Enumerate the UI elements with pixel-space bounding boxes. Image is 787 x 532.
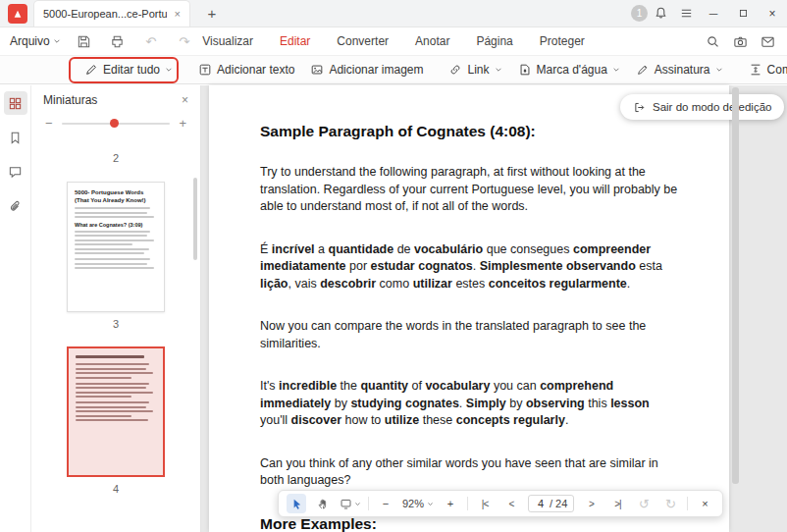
chevron-down-icon	[354, 501, 361, 507]
pencil-icon	[84, 63, 98, 77]
paragraph-3[interactable]: Now you can compare the words in the tra…	[260, 318, 680, 352]
page-2-label: 2	[31, 152, 200, 164]
signature-button[interactable]: Assinatura	[628, 58, 731, 81]
comments-panel-icon[interactable]	[4, 160, 27, 184]
compress-button[interactable]: Comprimir	[741, 58, 787, 81]
edit-all-button[interactable]: Editar tudo	[77, 58, 181, 81]
thumbnail-text-lines	[75, 258, 157, 269]
slider-minus-icon[interactable]: −	[45, 116, 53, 131]
add-text-button[interactable]: Adicionar texto	[190, 58, 302, 81]
close-button[interactable]: ×	[758, 0, 787, 27]
thumbnail-zoom-slider: − +	[31, 112, 200, 136]
page-separator: /	[550, 498, 552, 509]
rotate-left-icon[interactable]: ↺	[634, 494, 654, 513]
page-heading[interactable]: Sample Paragraph of Cognates (4:08):	[260, 123, 680, 140]
slider-plus-icon[interactable]: +	[179, 116, 186, 131]
thumbnail-text-lines	[75, 231, 157, 255]
add-image-button[interactable]: Adicionar imagem	[302, 58, 431, 81]
camera-icon[interactable]	[730, 31, 750, 51]
page-display-mode-button[interactable]	[340, 494, 361, 513]
page-footer-heading[interactable]: More Examples:	[260, 515, 680, 532]
compress-icon	[749, 63, 762, 77]
signature-pen-icon	[636, 63, 650, 77]
undo-icon[interactable]: ↶	[141, 31, 161, 51]
next-page-button[interactable]: >	[581, 494, 601, 513]
toolbar-divider	[368, 497, 369, 510]
thumbnails-scrollbar[interactable]	[193, 178, 197, 260]
chevron-down-icon	[715, 66, 723, 74]
mail-icon[interactable]	[758, 31, 777, 51]
tab-proteger[interactable]: Proteger	[540, 34, 585, 48]
panel-close-icon[interactable]: ×	[182, 93, 188, 107]
title-bar: 5000-European...ce-Portuguese × + 1 ─ ×	[0, 0, 787, 27]
floating-status-toolbar: − 92% + |< < / 24 > >| ↺ ↻ ×	[278, 490, 723, 517]
zoom-level-value: 92%	[402, 498, 424, 509]
edit-all-label: Editar tudo	[103, 63, 160, 77]
select-tool-button[interactable]	[287, 494, 306, 513]
print-icon[interactable]	[108, 31, 128, 51]
paragraph-4[interactable]: It's incredible the quantity of vocabula…	[260, 378, 680, 430]
thumbnail-3-heading: 5000- Portuguese Words (That You Already…	[75, 189, 157, 204]
thumbnail-page-4-selected[interactable]	[67, 346, 165, 477]
link-label: Link	[467, 63, 489, 77]
exit-edit-mode-label: Sair do modo de edição	[653, 101, 771, 113]
page-3-label: 3	[31, 318, 200, 330]
zoom-level-dropdown[interactable]: 92%	[402, 498, 434, 509]
thumbnail-heading-line	[76, 355, 144, 358]
tab-editar[interactable]: Editar	[280, 34, 310, 48]
thumbnail-page-3[interactable]: 5000- Portuguese Words (That You Already…	[67, 182, 165, 312]
slider-knob[interactable]	[110, 119, 119, 128]
paragraph-2[interactable]: É incrível a quantidade de vocabulário q…	[260, 241, 680, 293]
add-image-label: Adicionar imagem	[329, 63, 423, 77]
document-scrollbar[interactable]	[732, 87, 739, 484]
hand-tool-button[interactable]	[313, 494, 333, 513]
rotate-right-icon[interactable]: ↻	[660, 494, 680, 513]
zoom-out-button[interactable]: −	[376, 494, 395, 513]
page-display-icon	[340, 498, 352, 510]
previous-page-button[interactable]: <	[501, 494, 521, 513]
edit-toolbar: Editar tudo Adicionar texto Adicionar im…	[0, 55, 787, 84]
pdf-page: Sample Paragraph of Cognates (4:08): Try…	[209, 85, 729, 532]
exit-edit-mode-button[interactable]: Sair do modo de edição	[620, 94, 784, 120]
minimize-button[interactable]: ─	[699, 0, 728, 27]
link-icon	[448, 63, 462, 77]
slider-track[interactable]	[62, 123, 171, 125]
watermark-label: Marca d'água	[537, 63, 607, 77]
compress-label: Comprimir	[767, 63, 787, 77]
exit-icon	[633, 101, 646, 114]
zoom-in-button[interactable]: +	[441, 494, 460, 513]
thumbnails-panel-icon[interactable]	[4, 91, 27, 115]
tab-pagina[interactable]: Página	[476, 34, 512, 48]
close-toolbar-icon[interactable]: ×	[695, 494, 714, 513]
add-text-label: Adicionar texto	[217, 63, 294, 77]
tab-visualizar[interactable]: Visualizar	[202, 34, 253, 48]
notification-badge[interactable]: 1	[631, 5, 648, 22]
new-tab-button[interactable]: +	[202, 5, 222, 22]
tab-converter[interactable]: Converter	[337, 34, 389, 48]
file-menu[interactable]: Arquivo	[10, 34, 61, 48]
total-pages: 24	[555, 498, 567, 509]
tab-anotar[interactable]: Anotar	[415, 34, 449, 48]
thumbnail-text-lines	[76, 363, 156, 379]
image-icon	[310, 63, 324, 77]
watermark-button[interactable]: Marca d'água	[510, 58, 628, 81]
save-icon[interactable]	[75, 31, 94, 51]
search-icon[interactable]	[703, 31, 722, 51]
current-page-input[interactable]	[535, 498, 547, 509]
attachments-panel-icon[interactable]	[4, 194, 27, 218]
maximize-button[interactable]	[728, 0, 758, 27]
document-tab[interactable]: 5000-European...ce-Portuguese ×	[33, 0, 190, 27]
first-page-button[interactable]: |<	[475, 494, 495, 513]
text-icon	[198, 63, 212, 77]
bell-icon[interactable]	[648, 1, 673, 27]
tab-close-icon[interactable]: ×	[175, 9, 181, 20]
watermark-icon	[518, 63, 532, 77]
paragraph-5[interactable]: Can you think of any other similar words…	[260, 455, 680, 490]
link-button[interactable]: Link	[441, 58, 509, 81]
signature-label: Assinatura	[655, 63, 710, 77]
hamburger-menu-icon[interactable]	[673, 1, 699, 27]
last-page-button[interactable]: >|	[607, 494, 627, 513]
redo-icon[interactable]: ↷	[175, 31, 194, 51]
paragraph-1[interactable]: Try to understand the following paragrap…	[260, 164, 680, 216]
bookmarks-panel-icon[interactable]	[4, 126, 27, 149]
